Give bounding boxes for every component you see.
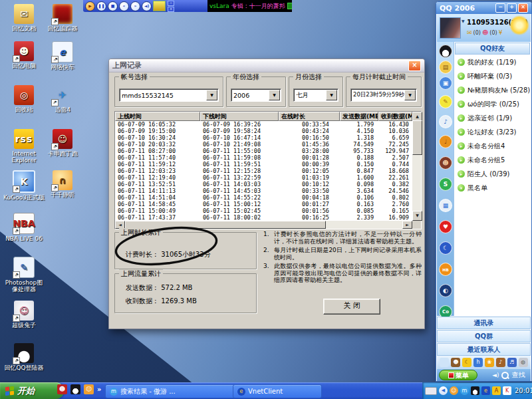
table-row[interactable]: 06-07-09 19:15:00 06-07-09 19:58:24 00:4… bbox=[115, 128, 412, 134]
quick-launch-qq-icon[interactable] bbox=[70, 384, 80, 394]
group-expand-icon[interactable]: ▸ bbox=[458, 59, 465, 66]
column-header[interactable]: 下线时间 bbox=[200, 112, 279, 121]
column-header[interactable]: 在线时长 bbox=[279, 112, 340, 121]
minimize-icon[interactable]: − bbox=[495, 3, 505, 13]
heart-tab-icon[interactable]: ♥ bbox=[439, 220, 452, 233]
pet-icon[interactable]: ☻ bbox=[451, 358, 460, 367]
music-icon[interactable]: ♬ bbox=[507, 358, 517, 367]
table-row[interactable]: 06-07-11 17:43:37 06-07-11 18:00:02 00:1… bbox=[115, 214, 412, 221]
chevron-right-icon[interactable]: » bbox=[97, 386, 101, 393]
friend-group-row[interactable]: ▸ 未命名分组5 bbox=[454, 153, 531, 167]
tray-antivirus-icon[interactable]: A bbox=[492, 386, 501, 395]
money-icon[interactable]: ¥ bbox=[499, 29, 503, 36]
group-expand-icon[interactable]: ▸ bbox=[458, 72, 465, 80]
desktop-icon-nba-live[interactable]: NBA↗ NBA LIVE 06 bbox=[3, 213, 45, 242]
friend-group-row[interactable]: ▸ 未命名分组4 bbox=[454, 139, 531, 153]
close-icon[interactable]: × bbox=[408, 61, 421, 71]
year-select[interactable]: 2006 ▼ bbox=[231, 88, 281, 102]
guitar-icon[interactable]: ♪ bbox=[496, 358, 505, 367]
friend-group-row[interactable]: ▸ ωó的同学 (0/25) bbox=[454, 97, 531, 111]
qq-title-bar[interactable]: QQ 2006 − + × bbox=[436, 2, 531, 14]
table-row[interactable]: 06-07-10 16:30:24 06-07-10 16:47:14 00:1… bbox=[115, 134, 412, 141]
table-row[interactable]: 06-07-11 14:11:13 06-07-11 14:45:03 00:3… bbox=[115, 188, 412, 194]
person-tab-icon[interactable]: ☻ bbox=[439, 156, 452, 170]
close-button[interactable]: 关 闭 bbox=[323, 299, 380, 315]
friend-group-row[interactable]: ▸ 我的好友 (1/19) bbox=[454, 55, 531, 69]
friend-group-row[interactable]: ▾ 黑名单 bbox=[454, 181, 531, 195]
vertical-scroll-thumb[interactable] bbox=[412, 120, 422, 155]
friend-group-row[interactable]: ▸ 陌生人 (0/39) bbox=[454, 167, 531, 181]
game-icon[interactable] bbox=[440, 358, 449, 367]
player-minimize-button[interactable]: − bbox=[168, 1, 174, 6]
tray-maxthon-icon[interactable]: m bbox=[460, 386, 469, 395]
globe-tab-icon[interactable]: S bbox=[439, 178, 452, 191]
pause-button[interactable]: ❚❚ bbox=[96, 1, 106, 11]
table-row[interactable]: 06-07-11 12:03:23 06-07-11 12:15:28 00:1… bbox=[115, 168, 412, 174]
moon-tab-icon[interactable]: ☾ bbox=[439, 241, 452, 255]
moon-person-icon[interactable]: ☾ bbox=[462, 358, 471, 367]
avatar[interactable] bbox=[440, 17, 461, 39]
hb-ball-tab-icon[interactable]: HB bbox=[439, 263, 452, 276]
desktop-icon-memory-docs[interactable]: ✉ 回忆文档 bbox=[3, 4, 45, 32]
table-row[interactable]: 06-07-11 13:52:51 06-07-11 14:03:03 00:1… bbox=[115, 181, 412, 188]
avatar-dropdown-icon[interactable]: ▼ bbox=[462, 19, 465, 23]
table-row[interactable]: 06-07-10 20:03:32 06-07-10 21:49:08 01:4… bbox=[115, 141, 412, 148]
table-row[interactable]: 06-07-11 12:19:40 06-07-11 13:22:59 01:0… bbox=[115, 174, 412, 181]
maximize-icon[interactable]: + bbox=[507, 3, 517, 13]
sphere-tab-icon[interactable]: ◐ bbox=[439, 284, 452, 297]
tray-vnet-icon[interactable]: e bbox=[481, 386, 490, 395]
desktop-icon-qq-login[interactable]: ↗ 回忆QQ登陆器 bbox=[3, 343, 45, 371]
chick-icon[interactable]: ❀ bbox=[485, 358, 494, 367]
month-select[interactable]: 七月 ▼ bbox=[293, 88, 338, 102]
account-select[interactable]: mmds15532145 ▼ bbox=[119, 88, 219, 102]
desktop-icon-recycle-bin[interactable]: ◎ 回收站 bbox=[3, 85, 45, 113]
keyboard-language-icon[interactable] bbox=[425, 387, 437, 395]
group-expand-icon[interactable]: ▸ bbox=[458, 128, 465, 136]
group-expand-icon[interactable]: ▾ bbox=[458, 184, 465, 192]
qq-friends-tab-header[interactable]: QQ好友 bbox=[455, 43, 530, 55]
dialog-title-bar[interactable]: 上网记录 × bbox=[109, 59, 424, 72]
qq-friends-tab-icon[interactable] bbox=[439, 45, 452, 58]
desktop-icon-photoshop[interactable]: ✎↗ Photoshop图像处理器 bbox=[3, 257, 45, 293]
task-button-maxthon[interactable]: m 搜索结果 - 傲游 ... bbox=[105, 384, 237, 398]
column-header[interactable]: 发送数据(MB) bbox=[340, 112, 378, 121]
member-icon[interactable]: ☻ bbox=[482, 29, 488, 36]
scroll-right-icon[interactable]: ► bbox=[402, 221, 412, 229]
desktop-icon-kugoo[interactable]: K↗ KuGoo3正式版 bbox=[3, 170, 45, 201]
vertical-scrollbar[interactable]: ▲ ▼ bbox=[412, 112, 421, 221]
previous-track-button[interactable]: « bbox=[119, 1, 129, 11]
volume-button[interactable]: ◄) bbox=[142, 1, 152, 11]
recent-contacts-button[interactable]: 最近联系人 bbox=[437, 343, 531, 356]
computer-tab-icon[interactable]: ▣ bbox=[439, 76, 452, 90]
friend-group-row[interactable]: ▸ №豬朋狗友№ (5/28) bbox=[454, 83, 531, 97]
table-row[interactable]: 06-07-11 08:27:00 06-07-11 11:55:00 03:2… bbox=[115, 148, 412, 154]
desktop-icon-ttplayer[interactable]: ∩↗ 千千静听 bbox=[41, 170, 84, 198]
tray-face-icon[interactable]: ☺ bbox=[450, 386, 458, 395]
table-row[interactable]: 06-07-11 15:00:49 06-07-11 15:02:45 00:0… bbox=[115, 207, 412, 214]
group-expand-icon[interactable]: ▸ bbox=[458, 170, 465, 178]
find-label[interactable]: 查找 bbox=[511, 370, 525, 380]
chevron-left-icon[interactable]: ◀ bbox=[439, 386, 448, 395]
friend-group-row[interactable]: ▸ 论坛好友 (3/23) bbox=[454, 125, 531, 139]
next-track-button[interactable]: » bbox=[130, 1, 140, 11]
group-expand-icon[interactable]: ▸ bbox=[458, 114, 465, 122]
start-button[interactable]: 开始 bbox=[0, 382, 64, 399]
friend-group-row[interactable]: ▸ 吥離吥棄 (0/3) bbox=[454, 69, 531, 83]
pencil-tab-icon[interactable]: ✎ bbox=[439, 95, 452, 108]
table-row[interactable]: 06-07-11 11:57:40 06-07-11 11:59:08 00:0… bbox=[115, 154, 412, 161]
qq-menu-button[interactable]: 菜单 bbox=[439, 370, 477, 380]
group-expand-icon[interactable]: ▸ bbox=[458, 86, 465, 94]
desktop-icon-memory-pc[interactable]: ☻↗ 回忆电脑 bbox=[3, 41, 45, 69]
table-row[interactable]: 06-07-11 14:58:45 06-07-11 15:00:12 00:0… bbox=[115, 201, 412, 207]
qb-coin-icon[interactable]: ◍ bbox=[519, 358, 528, 367]
task-button-vnetclient[interactable]: e VnetClient bbox=[233, 384, 322, 398]
column-header[interactable]: 上线时间 bbox=[115, 112, 200, 121]
friend-group-row[interactable]: ▸ 远亲近邻 (1/9) bbox=[454, 111, 531, 125]
desktop-icon-flashget[interactable]: e↗ 网络快车 bbox=[41, 41, 84, 70]
quick-launch-app-icon[interactable]: ☻ bbox=[57, 384, 67, 394]
chevron-down-icon[interactable]: ▼ bbox=[326, 90, 337, 100]
desktop-icon-memory-tracker[interactable]: ↗ 回忆追踪器 bbox=[41, 4, 84, 32]
column-header[interactable]: 收到数据(MB) bbox=[378, 112, 412, 121]
tray-qq-icon[interactable] bbox=[471, 386, 479, 395]
player-close-button[interactable]: × bbox=[168, 7, 174, 12]
